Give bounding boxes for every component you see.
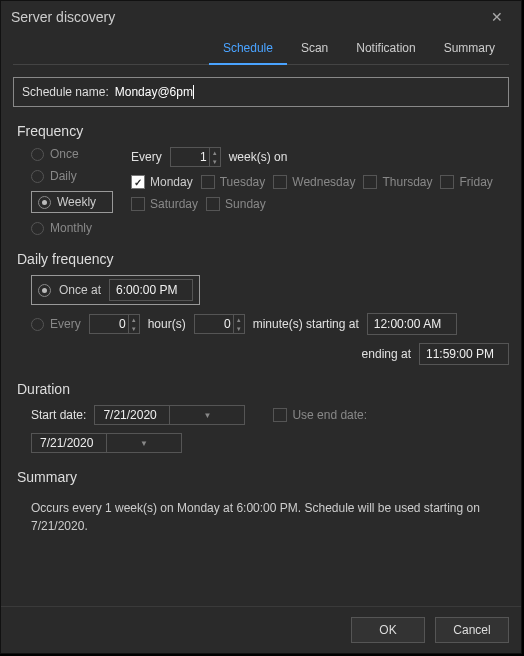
schedule-name-input[interactable] bbox=[194, 84, 500, 100]
hours-label: hour(s) bbox=[148, 317, 186, 331]
close-icon[interactable]: ✕ bbox=[483, 5, 511, 29]
radio-weekly-highlight: Weekly bbox=[31, 191, 113, 213]
starting-time[interactable]: 12:00:00 AM bbox=[367, 313, 457, 335]
check-monday[interactable]: ✓Monday bbox=[131, 175, 193, 189]
hours-input[interactable]: ▲▼ bbox=[89, 314, 140, 334]
cancel-button[interactable]: Cancel bbox=[435, 617, 509, 643]
once-at-time[interactable]: 6:00:00 PM bbox=[109, 279, 193, 301]
check-wednesday-label: Wednesday bbox=[292, 175, 355, 189]
chevron-down-icon[interactable]: ▼ bbox=[106, 434, 181, 452]
every-weeks-input[interactable]: ▲▼ bbox=[170, 147, 221, 167]
chevron-down-icon[interactable]: ▼ bbox=[129, 324, 139, 333]
hours-field[interactable] bbox=[90, 317, 128, 331]
every-suffix: week(s) on bbox=[229, 150, 288, 164]
start-date-label: Start date: bbox=[31, 408, 86, 422]
every-weeks-spinner[interactable]: ▲▼ bbox=[209, 148, 220, 166]
dialog-footer: OK Cancel bbox=[1, 606, 521, 653]
tab-summary[interactable]: Summary bbox=[430, 35, 509, 64]
radio-once[interactable]: Once bbox=[31, 147, 113, 161]
once-at-label: Once at bbox=[59, 283, 101, 297]
frequency-section: Once Daily Weekly Monthly Every ▲▼ week(… bbox=[13, 147, 509, 235]
check-sunday-label: Sunday bbox=[225, 197, 266, 211]
duration-title: Duration bbox=[17, 381, 509, 397]
schedule-name-value[interactable]: Monday@6pm bbox=[115, 85, 193, 99]
tab-bar: Schedule Scan Notification Summary bbox=[13, 35, 509, 65]
weekly-detail: Every ▲▼ week(s) on ✓Monday Tuesday Wedn… bbox=[131, 147, 509, 211]
minutes-label: minute(s) starting at bbox=[253, 317, 359, 331]
radio-daily[interactable]: Daily bbox=[31, 169, 113, 183]
check-thursday[interactable]: Thursday bbox=[363, 175, 432, 189]
frequency-radio-group: Once Daily Weekly Monthly bbox=[31, 147, 113, 235]
start-date-value: 7/21/2020 bbox=[95, 408, 169, 422]
check-thursday-label: Thursday bbox=[382, 175, 432, 189]
duration-section: Start date: 7/21/2020 ▼ Use end date: 7/… bbox=[31, 405, 509, 453]
check-friday[interactable]: Friday bbox=[440, 175, 492, 189]
ending-time[interactable]: 11:59:00 PM bbox=[419, 343, 509, 365]
every-weeks-field[interactable] bbox=[171, 150, 209, 164]
frequency-title: Frequency bbox=[17, 123, 509, 139]
once-at-highlight: Once at 6:00:00 PM bbox=[31, 275, 200, 305]
chevron-down-icon[interactable]: ▼ bbox=[234, 324, 244, 333]
radio-weekly-label: Weekly bbox=[57, 195, 96, 209]
chevron-up-icon[interactable]: ▲ bbox=[210, 148, 220, 157]
tab-notification[interactable]: Notification bbox=[342, 35, 429, 64]
chevron-up-icon[interactable]: ▲ bbox=[234, 315, 244, 324]
minutes-input[interactable]: ▲▼ bbox=[194, 314, 245, 334]
daily-frequency-title: Daily frequency bbox=[17, 251, 509, 267]
start-date-picker[interactable]: 7/21/2020 ▼ bbox=[94, 405, 245, 425]
radio-monthly-label: Monthly bbox=[50, 221, 92, 235]
check-sunday[interactable]: Sunday bbox=[206, 197, 266, 211]
minutes-spinner[interactable]: ▲▼ bbox=[233, 315, 244, 333]
check-use-end-date[interactable]: Use end date: bbox=[273, 408, 367, 422]
radio-every-interval[interactable]: Every bbox=[31, 317, 81, 331]
every-prefix: Every bbox=[131, 150, 162, 164]
end-date-value: 7/21/2020 bbox=[32, 436, 106, 450]
chevron-up-icon[interactable]: ▲ bbox=[129, 315, 139, 324]
check-saturday-label: Saturday bbox=[150, 197, 198, 211]
ok-button[interactable]: OK bbox=[351, 617, 425, 643]
radio-weekly[interactable]: Weekly bbox=[38, 195, 96, 209]
radio-daily-label: Daily bbox=[50, 169, 77, 183]
titlebar: Server discovery ✕ bbox=[1, 1, 521, 33]
summary-title: Summary bbox=[17, 469, 509, 485]
content-area: Schedule Scan Notification Summary Sched… bbox=[1, 33, 521, 606]
window-title: Server discovery bbox=[11, 9, 115, 25]
chevron-down-icon[interactable]: ▼ bbox=[210, 157, 220, 166]
daily-frequency-section: Once at 6:00:00 PM Every ▲▼ hour(s) ▲▼ m… bbox=[31, 275, 509, 365]
check-monday-label: Monday bbox=[150, 175, 193, 189]
use-end-date-label: Use end date: bbox=[292, 408, 367, 422]
check-friday-label: Friday bbox=[459, 175, 492, 189]
hours-spinner[interactable]: ▲▼ bbox=[128, 315, 139, 333]
summary-text: Occurs every 1 week(s) on Monday at 6:00… bbox=[31, 499, 491, 535]
ending-label: ending at bbox=[362, 347, 411, 361]
dialog-window: Server discovery ✕ Schedule Scan Notific… bbox=[0, 0, 522, 654]
chevron-down-icon[interactable]: ▼ bbox=[169, 406, 244, 424]
schedule-name-label: Schedule name: bbox=[22, 85, 109, 99]
check-tuesday[interactable]: Tuesday bbox=[201, 175, 266, 189]
schedule-name-row: Schedule name: Monday@6pm bbox=[13, 77, 509, 107]
radio-once-at[interactable]: Once at 6:00:00 PM bbox=[38, 279, 193, 301]
minutes-field[interactable] bbox=[195, 317, 233, 331]
check-saturday[interactable]: Saturday bbox=[131, 197, 198, 211]
radio-once-label: Once bbox=[50, 147, 79, 161]
radio-monthly[interactable]: Monthly bbox=[31, 221, 113, 235]
tab-scan[interactable]: Scan bbox=[287, 35, 342, 64]
tab-schedule[interactable]: Schedule bbox=[209, 35, 287, 65]
check-tuesday-label: Tuesday bbox=[220, 175, 266, 189]
every-interval-label: Every bbox=[50, 317, 81, 331]
end-date-picker[interactable]: 7/21/2020 ▼ bbox=[31, 433, 182, 453]
check-wednesday[interactable]: Wednesday bbox=[273, 175, 355, 189]
